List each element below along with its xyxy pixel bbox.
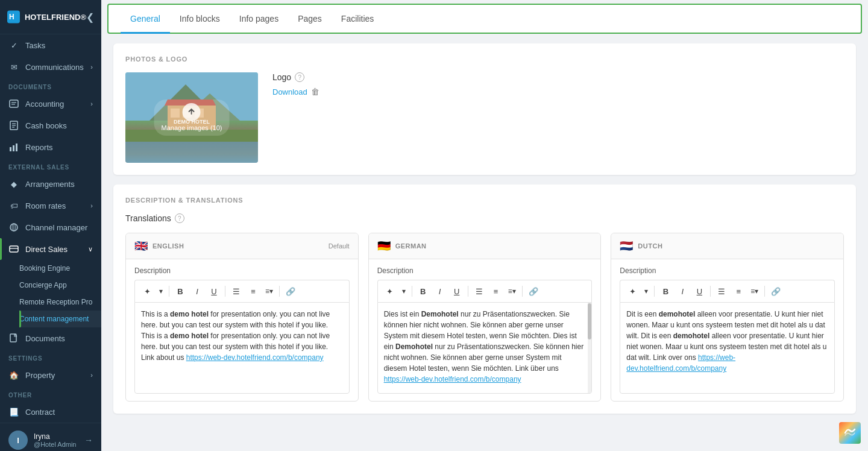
svg-rect-2 bbox=[10, 100, 18, 107]
dutch-style-select[interactable]: ▾ bbox=[642, 286, 650, 297]
german-list-btn[interactable]: ☰ bbox=[472, 284, 486, 298]
dutch-flag-icon: 🇳🇱 bbox=[620, 239, 633, 253]
german-list2-btn[interactable]: ≡ bbox=[489, 284, 503, 298]
translation-card-english-body: Description ✦ ▾ B I U ☰ ≡ ≡▾ bbox=[126, 259, 358, 401]
room-rates-chevron-icon: › bbox=[90, 202, 93, 209]
english-text-area[interactable]: This is a demo hotel for presentation on… bbox=[135, 303, 349, 393]
description-section: DESCRIPTION & TRANSLATIONS Translations … bbox=[113, 184, 856, 414]
dutch-magic-btn[interactable]: ✦ bbox=[625, 284, 640, 298]
dutch-underline-btn[interactable]: U bbox=[692, 284, 706, 298]
sidebar-item-direct-sales-label: Direct Sales bbox=[25, 245, 68, 254]
sidebar-item-property-label: Property bbox=[25, 371, 55, 380]
sidebar-item-channel-manager[interactable]: Channel manager bbox=[0, 216, 101, 238]
english-italic-btn[interactable]: I bbox=[190, 284, 204, 298]
english-flag-icon: 🇬🇧 bbox=[134, 239, 148, 253]
tab-general[interactable]: General bbox=[121, 5, 170, 34]
logo-info-icon[interactable]: ? bbox=[295, 72, 304, 82]
toolbar-divider-1 bbox=[169, 286, 169, 297]
german-style-select[interactable]: ▾ bbox=[400, 286, 408, 297]
svg-rect-26 bbox=[125, 139, 258, 163]
sidebar-item-cash-books[interactable]: Cash books bbox=[0, 115, 101, 136]
branding-corner bbox=[839, 422, 861, 444]
svg-rect-11 bbox=[16, 144, 17, 151]
sidebar-item-arrangements[interactable]: ◆ Arrangements bbox=[0, 173, 101, 195]
sidebar-item-communications[interactable]: ✉ Communications › bbox=[0, 56, 101, 78]
sidebar-collapse-button[interactable]: ❮ bbox=[86, 11, 94, 23]
sidebar-item-property[interactable]: 🏠 Property › bbox=[0, 364, 101, 386]
dutch-link-btn[interactable]: 🔗 bbox=[769, 284, 783, 298]
sidebar-item-direct-sales[interactable]: Direct Sales ∨ bbox=[0, 238, 101, 260]
dutch-list2-btn[interactable]: ≡ bbox=[731, 284, 746, 298]
dutch-text-area[interactable]: Dit is een demohotel alleen voor present… bbox=[620, 303, 834, 393]
english-list2-btn[interactable]: ≡ bbox=[246, 284, 260, 298]
dutch-italic-btn[interactable]: I bbox=[675, 284, 690, 298]
sidebar-item-content-management[interactable]: Content management bbox=[19, 311, 101, 327]
sidebar-item-cash-books-label: Cash books bbox=[25, 121, 67, 130]
german-underline-btn[interactable]: U bbox=[450, 284, 464, 298]
translations-info-icon[interactable]: ? bbox=[175, 213, 184, 223]
page-content: PHOTOS & LOGO bbox=[101, 34, 868, 451]
tab-info-blocks[interactable]: Info blocks bbox=[170, 5, 230, 34]
translation-card-english: 🇬🇧 ENGLISH Default Description ✦ ▾ B I U bbox=[125, 233, 359, 402]
content-management-active-indicator bbox=[19, 311, 21, 327]
sidebar: H HOTELFRIEND® ❮ ✓ Tasks ✉ Communication… bbox=[0, 0, 101, 451]
dutch-align-select[interactable]: ≡▾ bbox=[748, 286, 761, 297]
german-link-btn[interactable]: 🔗 bbox=[526, 284, 541, 298]
german-italic-btn[interactable]: I bbox=[433, 284, 447, 298]
german-toolbar-divider-3 bbox=[522, 286, 523, 297]
photos-logo-section: PHOTOS & LOGO bbox=[113, 43, 856, 175]
sidebar-item-accounting[interactable]: Accounting › bbox=[0, 93, 101, 115]
user-area: I Iryna @Hotel Admin → bbox=[0, 423, 101, 451]
sidebar-item-concierge-app-label: Concierge App bbox=[19, 281, 67, 289]
download-link[interactable]: Download bbox=[272, 87, 307, 96]
property-icon: 🏠 bbox=[8, 370, 19, 380]
sidebar-item-booking-engine-label: Booking Engine bbox=[19, 264, 70, 273]
german-text-area[interactable]: Dies ist ein Demohotel nur zu Präsentati… bbox=[378, 303, 592, 393]
english-underline-btn[interactable]: U bbox=[207, 284, 221, 298]
english-desc-label: Description bbox=[134, 266, 350, 275]
description-section-label: DESCRIPTION & TRANSLATIONS bbox=[125, 197, 844, 204]
dutch-text-area-container: Dit is een demohotel alleen voor present… bbox=[620, 302, 835, 394]
trash-icon[interactable]: 🗑 bbox=[311, 87, 319, 96]
user-logout-icon[interactable]: → bbox=[84, 435, 93, 445]
tab-facilities[interactable]: Facilities bbox=[332, 5, 383, 34]
reports-icon bbox=[8, 142, 19, 153]
english-bold-btn[interactable]: B bbox=[173, 284, 187, 298]
dutch-list-btn[interactable]: ☰ bbox=[714, 284, 729, 298]
sidebar-item-concierge-app[interactable]: Concierge App bbox=[19, 277, 101, 294]
direct-sales-submenu: Booking Engine Concierge App Remote Rece… bbox=[0, 260, 101, 327]
english-style-select[interactable]: ▾ bbox=[157, 286, 165, 297]
english-default-badge: Default bbox=[329, 242, 350, 250]
sidebar-item-arrangements-label: Arrangements bbox=[25, 180, 75, 189]
dutch-desc-label: Description bbox=[620, 266, 835, 275]
german-magic-btn[interactable]: ✦ bbox=[383, 284, 397, 298]
sidebar-item-room-rates-label: Room rates bbox=[25, 201, 66, 210]
english-link-btn[interactable]: 🔗 bbox=[283, 284, 298, 298]
tasks-icon: ✓ bbox=[8, 40, 19, 51]
sidebar-item-communications-label: Communications bbox=[25, 63, 84, 72]
dutch-bold-btn[interactable]: B bbox=[658, 284, 673, 298]
english-align-select[interactable]: ≡▾ bbox=[263, 286, 275, 297]
sidebar-item-contract[interactable]: 📃 Contract bbox=[0, 401, 101, 423]
sidebar-item-reports[interactable]: Reports bbox=[0, 136, 101, 158]
sidebar-item-booking-engine[interactable]: Booking Engine bbox=[19, 260, 101, 277]
user-role: @Hotel Admin bbox=[34, 441, 76, 448]
sidebar-item-documents[interactable]: Documents bbox=[0, 327, 101, 349]
english-list-btn[interactable]: ☰ bbox=[229, 284, 244, 298]
german-align-select[interactable]: ≡▾ bbox=[506, 286, 518, 297]
svg-rect-9 bbox=[10, 147, 11, 151]
tab-pages[interactable]: Pages bbox=[288, 5, 332, 34]
german-toolbar: ✦ ▾ B I U ☰ ≡ ≡▾ 🔗 bbox=[377, 280, 593, 302]
main-content: General Info blocks Info pages Pages Fac… bbox=[101, 0, 868, 451]
german-bold-btn[interactable]: B bbox=[416, 284, 430, 298]
room-rates-icon: 🏷 bbox=[8, 200, 19, 211]
german-scrollbar[interactable] bbox=[588, 303, 591, 393]
sidebar-item-remote-reception-pro[interactable]: Remote Reception Pro bbox=[19, 294, 101, 311]
manage-images-button[interactable]: Manage images (10) bbox=[154, 99, 230, 136]
hotel-image-container[interactable]: DEMO HOTEL Manage images (10) bbox=[125, 72, 258, 163]
tab-info-pages[interactable]: Info pages bbox=[230, 5, 288, 34]
sidebar-item-room-rates[interactable]: 🏷 Room rates › bbox=[0, 195, 101, 216]
property-chevron-icon: › bbox=[90, 371, 93, 379]
english-magic-btn[interactable]: ✦ bbox=[140, 284, 154, 298]
sidebar-item-tasks[interactable]: ✓ Tasks bbox=[0, 34, 101, 56]
